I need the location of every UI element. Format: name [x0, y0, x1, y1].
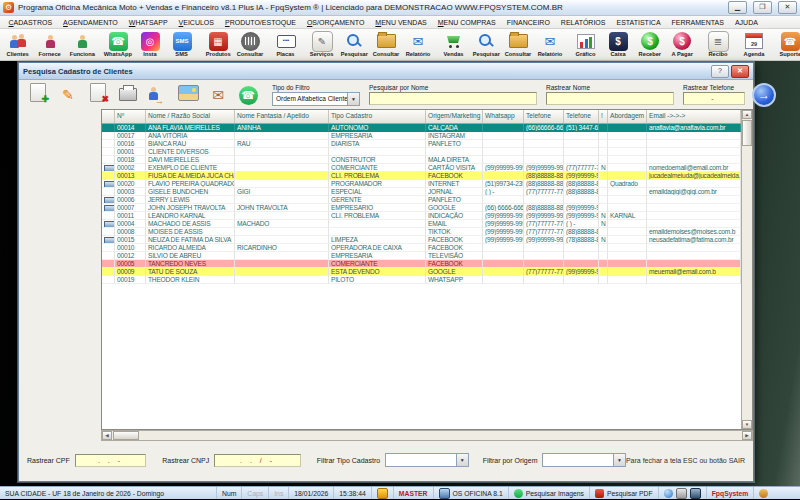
table-row[interactable]: 00007JOHN JOSEPH TRAVOLTAJOHN TRAVOLTAEM… — [102, 204, 741, 212]
grid-header-cell[interactable]: Abordagem — [608, 110, 647, 123]
toolbar-button-sms[interactable]: SMSSMS — [166, 30, 198, 59]
table-row[interactable]: 00009TATU DE SOUZAESTA DEVENDOGOOGLE(77)… — [102, 268, 741, 276]
filter-cadastro-select[interactable]: ▼ — [385, 453, 468, 467]
table-row[interactable]: 00018DAVI MEIRELLESCONSTRUTORMALA DIRETA — [102, 156, 741, 164]
toolbar-button-servi-os[interactable]: ✎Serviços — [306, 30, 338, 59]
close-button[interactable]: ✕ — [778, 1, 797, 14]
menu-item-ferramentas[interactable]: FERRAMENTAS — [666, 19, 729, 26]
filter-origem-select[interactable]: ▼ — [542, 453, 625, 467]
table-row[interactable]: 00005TANCREDO NEVESCOMERCIANTEFACEBOOK — [102, 260, 741, 268]
table-row[interactable]: 00014ANA FLAVIA MEIRELLESANINHAAUTONOMOC… — [102, 124, 741, 132]
menu-item-financeiro[interactable]: FINANCEIRO — [501, 19, 555, 26]
grid-header-cell[interactable]: Origem/Marketing — [426, 110, 483, 123]
horizontal-scroll-thumb[interactable] — [113, 431, 139, 440]
scroll-left-arrow[interactable]: ◀ — [102, 431, 112, 440]
toolbar-button-consultar[interactable]: Consultar — [370, 30, 402, 59]
toolbar-button-pesquisar[interactable]: Pesquisar — [338, 30, 370, 59]
search-name-input[interactable] — [369, 92, 537, 105]
toolbar-button-relat-rio[interactable]: ✉Relatório — [534, 30, 566, 59]
toolbar-button-gr-fico[interactable]: Gráfico — [570, 30, 602, 59]
menu-item-menu-compras[interactable]: MENU COMPRAS — [432, 19, 501, 26]
printer-icon[interactable] — [676, 488, 687, 499]
grid-header-cell[interactable]: ! — [599, 110, 608, 123]
grid-header-cell[interactable]: Tipo Cadastro — [329, 110, 426, 123]
menu-item-os-or-amento[interactable]: OS/ORÇAMENTO — [301, 19, 369, 26]
toolbar-button-whatsapp[interactable]: ☎WhatsApp — [102, 30, 134, 59]
filter-type-select[interactable]: Ordem Alfabetica Cliente ▼ — [272, 92, 360, 106]
restore-button[interactable]: ❐ — [753, 1, 772, 14]
grid-header-cell[interactable] — [102, 110, 115, 123]
help-button[interactable]: ? — [711, 65, 729, 78]
toolbar-button-insta[interactable]: ◎Insta — [134, 30, 166, 59]
go-search-button[interactable]: → — [752, 83, 776, 107]
table-row[interactable]: 00008MOISES DE ASSISTIKTOK(99)99999-9999… — [102, 228, 741, 236]
toolbar-button-caixa[interactable]: $Caixa — [602, 30, 634, 59]
grid-header-cell[interactable]: Nº — [115, 110, 146, 123]
menu-item-menu-vendas[interactable]: MENU VENDAS — [370, 19, 432, 26]
export-user-button[interactable]: → — [143, 82, 173, 108]
table-row[interactable]: 00001CLIENTE DIVERSOS — [102, 148, 741, 156]
table-row[interactable]: 00003GISELE BUNDCHENGIGIESPECIALJORNAL( … — [102, 188, 741, 196]
table-row[interactable]: 00019THEODOR KLEINPILOTOWHATSAPP — [102, 276, 741, 284]
grid-header-cell[interactable]: Email ->->-> — [647, 110, 741, 123]
toolbar-button-produtos[interactable]: ▦Produtos — [202, 30, 234, 59]
menu-item-agendamento[interactable]: AGENDAMENTO — [58, 19, 124, 26]
minimize-button[interactable]: ▁ — [728, 1, 747, 14]
toolbar-button-vendas[interactable]: Vendas — [438, 30, 470, 59]
menu-item-veiculos[interactable]: VEICULOS — [173, 19, 219, 26]
toolbar-button-clientes[interactable]: Clientes — [2, 30, 34, 59]
toolbar-button-consultar[interactable]: Consultar — [502, 30, 534, 59]
mail-button[interactable]: ✉ — [203, 82, 233, 108]
status-search-pdf[interactable]: Pesquisar PDF — [590, 487, 659, 499]
add-button[interactable]: ✚ — [23, 82, 53, 108]
table-row[interactable]: 00004MACHADO DE ASSISMACHADOEMAIL(99)999… — [102, 220, 741, 228]
child-close-button[interactable]: ✕ — [731, 65, 749, 78]
edit-button[interactable]: ✎ — [53, 82, 83, 108]
vertical-scroll-thumb[interactable] — [742, 120, 752, 146]
toolbar-button-relat-rio[interactable]: ✉Relatório — [402, 30, 434, 59]
menu-item-estatistica[interactable]: ESTATISTICA — [611, 19, 666, 26]
toolbar-button-a-pagar[interactable]: $A Pagar — [666, 30, 698, 59]
grid-header-cell[interactable]: Telefone — [524, 110, 564, 123]
table-row[interactable]: 00016BIANCA RAURAUDIARISTAPANFLETO — [102, 140, 741, 148]
table-row[interactable]: 00006JERRY LEWISGERENTEPANFLETO — [102, 196, 741, 204]
table-row[interactable]: 00011LEANDRO KARNALCLI. PROBLEMAINDICAÇÃ… — [102, 212, 741, 220]
toolbar-button-agenda[interactable]: 29Agenda — [738, 30, 770, 59]
cpf-input[interactable]: . . - — [75, 454, 146, 467]
table-row[interactable]: 00020FLAVIO PEREIRA QUADRADOPROGRAMADORI… — [102, 180, 741, 188]
grid-header-cell[interactable]: Nome / Razão Social — [146, 110, 235, 123]
table-row[interactable]: 00012SILVIO DE ABREUEMPRESARIATELEVISÃO — [102, 252, 741, 260]
menu-item-produto-estoque[interactable]: PRODUTO/ESTOQUE — [219, 19, 301, 26]
toolbar-button-pesquisar[interactable]: Pesquisar — [470, 30, 502, 59]
grid-header-cell[interactable]: Telefone — [564, 110, 599, 123]
menu-item-ajuda[interactable]: AJUDA — [729, 19, 763, 26]
vertical-scrollbar[interactable]: ▲ ▼ — [741, 110, 752, 429]
scroll-up-arrow[interactable]: ▲ — [742, 110, 752, 119]
toolbar-button-placas[interactable]: •••Placas — [270, 30, 302, 59]
table-row[interactable]: 00002EXEMPLO DE CLIENTECOMERCIANTECARTÃO… — [102, 164, 741, 172]
menu-item-relat-rios[interactable]: RELATÓRIOS — [555, 19, 611, 26]
toolbar-button-recibo[interactable]: ≣Recibo — [702, 30, 734, 59]
toolbar-button-fornece[interactable]: Fornece — [34, 30, 66, 59]
table-row[interactable]: 00010RICARDO ALMEIDARICARDINHOOPERADORA … — [102, 244, 741, 252]
print-button[interactable] — [113, 82, 143, 108]
monitor-icon[interactable] — [690, 488, 701, 499]
scroll-right-arrow[interactable]: ▶ — [742, 431, 752, 440]
table-row[interactable]: 00013FIUSA DE ALMEIDA JUCA CHAVESCLI. PR… — [102, 172, 741, 180]
delete-button[interactable]: ✖ — [83, 82, 113, 108]
horizontal-scrollbar[interactable]: ◀ ▶ — [101, 430, 753, 441]
trace-name-input[interactable] — [546, 92, 674, 105]
toolbar-button-receber[interactable]: $Receber — [634, 30, 666, 59]
grid-header-cell[interactable]: Whatsapp — [483, 110, 524, 123]
grid-header-cell[interactable]: Nome Fantasia / Apelido — [235, 110, 329, 123]
scroll-down-arrow[interactable]: ▼ — [742, 420, 752, 429]
table-row[interactable]: 00015NEUZA DE FATIMA DA SILVALIMPEZAFACE… — [102, 236, 741, 244]
trace-phone-input[interactable]: - — [683, 92, 745, 105]
cnpj-input[interactable]: . . / - — [214, 454, 300, 467]
table-row[interactable]: 00017ANA VITÓRIAEMPRESARIAINSTAGRAM — [102, 132, 741, 140]
globe-icon[interactable] — [664, 489, 673, 498]
wa-round-button[interactable]: ☎ — [233, 82, 263, 108]
toolbar-button-funciona[interactable]: Funciona — [66, 30, 98, 59]
toolbar-button-suporte[interactable]: ☎Suporte — [774, 30, 800, 59]
photos-button[interactable] — [173, 82, 203, 108]
